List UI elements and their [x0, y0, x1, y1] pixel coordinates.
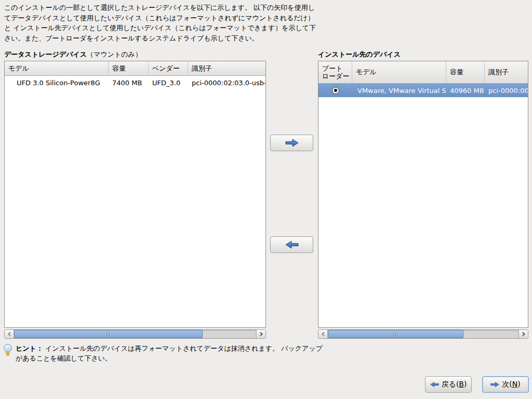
cell-model: UFD 3.0 Silicon-Power8G — [5, 76, 109, 89]
data-devices-table: モデル 容量 ベンダー 識別子 UFD 3.0 Silicon-Power8G … — [4, 61, 266, 328]
scroll-left-button[interactable] — [5, 330, 14, 338]
back-button[interactable]: 戻る(B) — [425, 376, 472, 393]
next-button-label: 次(N) — [502, 380, 520, 389]
move-left-button[interactable] — [270, 236, 313, 253]
hint-text: ヒント： インストール先のデバイスは再フォーマットされてデータは抹消されます。 … — [16, 343, 329, 363]
data-table-header: モデル 容量 ベンダー 識別子 — [5, 61, 265, 76]
lightbulb-icon — [3, 343, 12, 357]
install-table-hscrollbar[interactable] — [318, 329, 528, 339]
install-table-header: ブート ローダー モデル 容量 識別子 — [318, 61, 528, 84]
cell-model: VMware, VMware Virtual S — [352, 84, 446, 97]
scroll-right-button[interactable] — [518, 330, 528, 338]
scroll-left-button[interactable] — [318, 330, 328, 338]
install-devices-label: インストール先のデバイス — [318, 50, 401, 59]
arrow-right-icon — [285, 139, 299, 147]
arrow-left-icon — [285, 241, 299, 249]
scroll-right-button[interactable] — [256, 330, 265, 338]
data-devices-subtitle: （マウントのみ） — [87, 50, 142, 58]
cell-capacity: 7400 MB — [109, 76, 149, 89]
back-button-label: 戻る(B) — [442, 380, 467, 389]
instructions-text: このインストールの一部として選択したストレージデバイスを以下に示します。 以下の… — [4, 3, 319, 43]
hint-area: ヒント： インストール先のデバイスは再フォーマットされてデータは抹消されます。 … — [3, 343, 336, 363]
column-header-identifier[interactable]: 識別子 — [485, 61, 528, 84]
table-row[interactable]: UFD 3.0 Silicon-Power8G 7400 MB UFD_3.0 … — [5, 76, 265, 89]
column-header-model[interactable]: モデル — [5, 61, 109, 76]
install-devices-table: ブート ローダー モデル 容量 識別子 VMware, VMware Virtu… — [318, 61, 528, 328]
cell-capacity: 40960 MB — [446, 84, 485, 97]
column-header-identifier[interactable]: 識別子 — [188, 61, 265, 76]
chevron-left-icon — [322, 332, 326, 336]
column-header-capacity[interactable]: 容量 — [446, 61, 485, 84]
column-header-bootloader[interactable]: ブート ローダー — [318, 61, 352, 84]
bootloader-radio[interactable] — [332, 87, 339, 94]
scrollbar-thumb[interactable] — [14, 330, 203, 338]
data-devices-title: データストレージデバイス — [4, 50, 87, 58]
move-right-button[interactable] — [270, 135, 313, 151]
scrollbar-thumb[interactable] — [328, 330, 463, 338]
scrollbar-track[interactable] — [14, 330, 256, 338]
cell-bootloader — [318, 84, 352, 97]
cell-identifier: pci-0000:02:03.0-usb-0 — [188, 76, 265, 89]
chevron-right-icon — [521, 332, 525, 336]
hint-label: ヒント： — [16, 344, 43, 352]
scrollbar-track[interactable] — [328, 330, 518, 338]
data-table-hscrollbar[interactable] — [4, 329, 266, 339]
table-row-selected[interactable]: VMware, VMware Virtual S 40960 MB pci-00… — [318, 84, 528, 97]
chevron-left-icon — [8, 332, 12, 336]
arrow-right-icon — [490, 381, 499, 388]
chevron-right-icon — [258, 332, 262, 336]
cell-identifier: pci-0000:00 — [485, 84, 528, 97]
column-header-capacity[interactable]: 容量 — [109, 61, 149, 76]
arrow-left-icon — [430, 381, 439, 388]
next-button[interactable]: 次(N) — [482, 376, 529, 393]
column-header-vendor[interactable]: ベンダー — [149, 61, 188, 76]
data-devices-label: データストレージデバイス（マウントのみ） — [4, 50, 142, 59]
column-header-model[interactable]: モデル — [352, 61, 446, 84]
cell-vendor: UFD_3.0 — [149, 76, 188, 89]
